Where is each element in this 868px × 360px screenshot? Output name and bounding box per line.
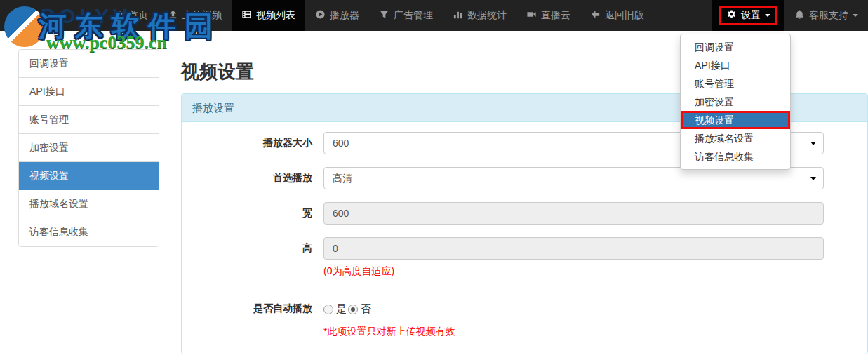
sidebar-item-account-management[interactable]: 账号管理: [19, 106, 159, 134]
dropdown-item-visitor-info-collection[interactable]: 访客信息收集: [681, 147, 790, 166]
height-input: [323, 237, 824, 260]
sidebar-item-encryption-settings[interactable]: 加密设置: [19, 134, 159, 162]
dropdown-item-playback-domain-settings[interactable]: 播放域名设置: [681, 129, 790, 147]
nav-item-label: 数据统计: [467, 9, 507, 22]
nav-item-label: 视频列表: [256, 9, 295, 22]
settings-sidebar: 回调设置 API接口 账号管理 加密设置 视频设置 播放域名设置 访客信息收集: [18, 49, 159, 247]
nav-item-settings: 设置: [712, 0, 784, 31]
select-caret-icon: [810, 142, 816, 145]
nav-right: 设置 客服支持: [712, 0, 868, 31]
page-title: 视频设置: [181, 60, 254, 84]
dropdown-item-account-management[interactable]: 账号管理: [681, 74, 790, 93]
autoplay-no-radio[interactable]: [348, 305, 358, 314]
bell-icon: [794, 9, 805, 22]
play-circle-icon: [315, 9, 326, 22]
form-row-preferred-quality: 首选播放 高清: [182, 167, 824, 189]
width-label: 宽: [182, 202, 312, 225]
sidebar-item-playback-domain-settings[interactable]: 播放域名设置: [19, 190, 159, 218]
preferred-quality-value: 高清: [333, 173, 352, 184]
nav-item-live-cloud[interactable]: 直播云: [516, 0, 580, 31]
select-caret-icon: [810, 177, 816, 180]
watermark-site-url: www.pc0359.cn: [46, 32, 167, 53]
nav-item-label: 直播云: [541, 9, 570, 22]
autoplay-label: 是否自动播放: [182, 298, 312, 338]
height-label: 高: [182, 237, 312, 278]
dropdown-item-video-settings[interactable]: 视频设置: [681, 111, 790, 129]
dropdown-item-encryption-settings[interactable]: 加密设置: [681, 93, 790, 111]
form-row-width: 宽: [182, 202, 824, 225]
film-icon: [241, 9, 252, 22]
support-label: 客服支持: [809, 9, 848, 22]
nav-item-label: 播放器: [330, 9, 359, 22]
nav-item-label: 返回旧版: [605, 9, 644, 22]
nav-item-statistics[interactable]: 数据统计: [443, 0, 516, 31]
autoplay-yes-radio[interactable]: [323, 305, 333, 314]
nav-item-ad-management[interactable]: 广告管理: [369, 0, 443, 31]
settings-label: 设置: [741, 9, 761, 22]
nav-item-video-list[interactable]: 视频列表: [232, 0, 305, 31]
gear-icon: [726, 9, 737, 22]
form-row-autoplay: 是否自动播放 是 否 *此项设置只对新上传视频有效: [182, 298, 824, 338]
height-help-text: (0为高度自适应): [323, 265, 824, 278]
preferred-quality-select[interactable]: 高清: [323, 167, 824, 189]
dropdown-item-api[interactable]: API接口: [681, 56, 790, 74]
dropdown-item-callback-settings[interactable]: 回调设置: [681, 38, 790, 56]
settings-dropdown-menu: 回调设置 API接口 账号管理 加密设置 视频设置 播放域名设置 访客信息收集: [680, 34, 791, 170]
nav-item-support[interactable]: 客服支持: [784, 0, 868, 31]
arrow-left-icon: [590, 9, 601, 22]
player-size-value: 600: [333, 138, 349, 149]
chevron-down-icon: [853, 14, 858, 17]
preferred-quality-label: 首选播放: [182, 167, 312, 189]
funnel-icon: [379, 9, 389, 22]
sidebar-item-video-settings[interactable]: 视频设置: [19, 162, 159, 190]
autoplay-note-text: *此项设置只对新上传视频有效: [323, 326, 824, 338]
nav-item-return-old-version[interactable]: 返回旧版: [580, 0, 654, 31]
nav-item-player[interactable]: 播放器: [305, 0, 369, 31]
bar-chart-icon: [453, 9, 463, 22]
sidebar-item-api[interactable]: API接口: [19, 78, 159, 106]
player-size-label: 播放器大小: [182, 132, 312, 154]
chevron-down-icon: [765, 14, 770, 17]
form-row-height: 高 (0为高度自适应): [182, 237, 824, 278]
autoplay-no-label: 否: [361, 302, 371, 316]
camera-icon: [526, 9, 537, 22]
width-input: [323, 202, 824, 225]
nav-item-label: 广告管理: [394, 9, 433, 22]
settings-button[interactable]: 设置: [719, 6, 777, 25]
sidebar-item-visitor-info-collection[interactable]: 访客信息收集: [19, 218, 159, 246]
autoplay-yes-label: 是: [336, 302, 347, 316]
sidebar-item-callback-settings[interactable]: 回调设置: [19, 50, 159, 78]
autoplay-radio-group: 是 否: [323, 298, 824, 316]
